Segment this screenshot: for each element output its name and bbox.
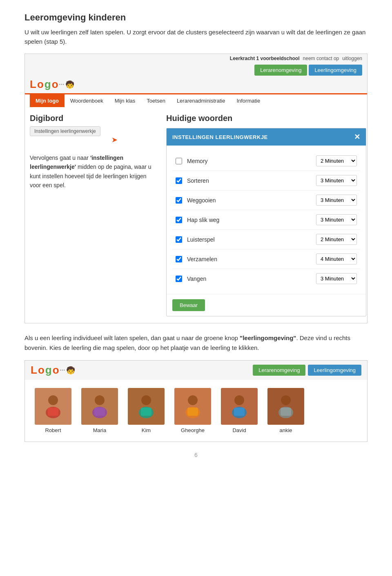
- vangen-time-select[interactable]: 3 Minuten 1 Minuut 2 Minuten 4 Minuten: [316, 273, 357, 284]
- svg-rect-2: [48, 408, 58, 416]
- logo[interactable]: L o g o ••• 🧒: [30, 78, 74, 91]
- logo-row: L o g o ••• 🧒: [25, 76, 367, 93]
- hapslkweg-checkbox[interactable]: [176, 217, 182, 223]
- student-ankie-photo[interactable]: [267, 388, 304, 425]
- student-gheorghe[interactable]: Gheorghe: [174, 388, 211, 433]
- student-robert-photo[interactable]: [35, 388, 71, 425]
- arrow-indicator: ➤: [111, 135, 238, 144]
- nav-top-bar: Leerkracht 1 voorbeeldschool neem contac…: [25, 54, 367, 63]
- sorteren-label: Sorteren: [187, 177, 311, 184]
- intro-paragraph: U wilt uw leerlingen zelf laten spelen. …: [24, 28, 368, 46]
- logo-l: L: [30, 78, 36, 91]
- leerling-omgeving-button[interactable]: Leerlingomgeving: [309, 65, 362, 76]
- game-row-weggooien: Weggooien 3 Minuten 1 Minuut 2 Minuten 4…: [172, 191, 360, 210]
- hapslkweg-time-select[interactable]: 3 Minuten 1 Minuut 2 Minuten 4 Minuten: [316, 214, 357, 225]
- hapslkweg-label: Hap slik weg: [187, 217, 311, 223]
- verzamelen-time-select[interactable]: 4 Minuten 1 Minuut 2 Minuten 3 Minuten: [316, 253, 357, 264]
- logo2[interactable]: L o g o ••• 🧒: [31, 364, 75, 377]
- bewaar-button[interactable]: Bewaar: [172, 299, 205, 311]
- nav-mijn-logo[interactable]: Mijn logo: [30, 94, 65, 107]
- modal-footer: Bewaar: [167, 294, 366, 316]
- page-number: 6: [24, 452, 368, 458]
- student-ankie-name: ankie: [279, 427, 292, 433]
- leerlingomgeving-keyword: "leerlingomgeving": [240, 334, 296, 341]
- page-title: Leeromgeving kinderen: [24, 12, 368, 23]
- logo-o1: o: [37, 78, 44, 91]
- luisterspel-checkbox[interactable]: [176, 236, 182, 243]
- modal-body: Memory 2 Minuten 1 Minuut 3 Minuten 4 Mi…: [167, 146, 366, 294]
- logo-dots: •••: [59, 82, 65, 87]
- digibord-title: Digibord: [30, 114, 156, 123]
- student-ankie[interactable]: ankie: [267, 388, 304, 433]
- left-panel: Digibord Instellingen leerlingenwerkje ➤…: [30, 114, 156, 316]
- student-kim-name: Kim: [142, 427, 151, 433]
- memory-time-select[interactable]: 2 Minuten 1 Minuut 3 Minuten 4 Minuten: [316, 155, 357, 166]
- student-kim-photo[interactable]: [128, 388, 165, 425]
- svg-point-0: [48, 395, 58, 405]
- luisterspel-time-select[interactable]: 2 Minuten 1 Minuut 3 Minuten 4 Minuten: [316, 234, 357, 245]
- student-david[interactable]: David: [221, 388, 258, 433]
- vangen-label: Vangen: [187, 276, 311, 282]
- student-maria[interactable]: Maria: [81, 388, 118, 433]
- verzamelen-label: Verzamelen: [187, 256, 311, 262]
- verzamelen-checkbox[interactable]: [176, 256, 182, 262]
- screenshot-content: Digibord Instellingen leerlingenwerkje ➤…: [25, 107, 367, 323]
- nav-informatie[interactable]: Informatie: [231, 94, 266, 107]
- logo-o2: o: [52, 78, 58, 91]
- nav-mijn-klas[interactable]: Mijn klas: [109, 94, 141, 107]
- student-robert[interactable]: Robert: [35, 388, 71, 433]
- student-gheorghe-photo[interactable]: [174, 388, 211, 425]
- modal-close-button[interactable]: ✕: [354, 132, 360, 141]
- logo2-o1: o: [38, 364, 45, 377]
- sorteren-checkbox[interactable]: [176, 177, 182, 184]
- weggooien-time-select[interactable]: 3 Minuten 1 Minuut 2 Minuten 4 Minuten: [316, 195, 357, 206]
- nav-toetsen[interactable]: Toetsen: [141, 94, 171, 107]
- sorteren-time-select[interactable]: 3 Minuten 1 Minuut 2 Minuten 4 Minuten: [316, 175, 357, 186]
- student-david-name: David: [232, 427, 246, 433]
- weggooien-checkbox[interactable]: [176, 197, 182, 204]
- student-maria-name: Maria: [93, 427, 107, 433]
- huidige-woorden-title: Huidige woorden: [166, 114, 366, 123]
- svg-point-6: [141, 395, 151, 405]
- nav-woordenboek[interactable]: Woordenboek: [65, 94, 109, 107]
- school-name: Leerkracht 1 voorbeeldschool: [230, 56, 300, 61]
- logo2-g: g: [45, 364, 52, 377]
- screenshot2-nav: L o g o ••• 🧒 Lerarenomgeving Leerlingom…: [25, 361, 367, 380]
- student-gheorghe-name: Gheorghe: [181, 427, 205, 433]
- screenshot2-leraar-button[interactable]: Lerarenomgeving: [253, 365, 305, 376]
- game-row-luisterspel: Luisterspel 2 Minuten 1 Minuut 3 Minuten…: [172, 230, 360, 249]
- student-maria-figure: [85, 392, 114, 421]
- logout-link[interactable]: uitloggen: [342, 56, 362, 61]
- nav-lerarenadministratie[interactable]: Lerarenadministratie: [171, 94, 231, 107]
- instellingen-link[interactable]: Instellingen leerlingenwerkje: [30, 126, 100, 136]
- student-ankie-figure: [272, 392, 300, 421]
- students-grid: Robert Maria Kim: [25, 380, 367, 442]
- svg-point-12: [234, 395, 244, 405]
- svg-point-9: [188, 395, 198, 405]
- screenshot2-leerling-button[interactable]: Leerlingomgeving: [308, 365, 361, 376]
- body-paragraph: Als u een leerling individueel wilt late…: [24, 333, 368, 353]
- contact-link[interactable]: neem contact op: [303, 56, 339, 61]
- leraar-omgeving-button[interactable]: Lerarenomgeving: [254, 65, 307, 76]
- student-gheorghe-figure: [178, 392, 207, 421]
- student-robert-figure: [39, 392, 67, 421]
- svg-rect-8: [141, 408, 151, 416]
- student-maria-photo[interactable]: [81, 388, 118, 425]
- svg-point-3: [95, 395, 105, 405]
- logo2-figure: 🧒: [66, 366, 75, 375]
- game-row-hapslkweg: Hap slik weg 3 Minuten 1 Minuut 2 Minute…: [172, 210, 360, 230]
- logo2-l: L: [31, 364, 37, 377]
- luisterspel-label: Luisterspel: [187, 236, 311, 243]
- game-row-verzamelen: Verzamelen 4 Minuten 1 Minuut 2 Minuten …: [172, 249, 360, 269]
- student-david-photo[interactable]: [221, 388, 258, 425]
- student-kim[interactable]: Kim: [128, 388, 165, 433]
- logo-figure: 🧒: [65, 80, 74, 89]
- svg-rect-5: [94, 408, 105, 416]
- nav-buttons-row: Lerarenomgeving Leerlingomgeving: [25, 63, 367, 76]
- vangen-checkbox[interactable]: [176, 276, 182, 282]
- main-navigation: Mijn logo Woordenboek Mijn klas Toetsen …: [25, 93, 367, 107]
- memory-checkbox[interactable]: [176, 158, 182, 164]
- game-row-vangen: Vangen 3 Minuten 1 Minuut 2 Minuten 4 Mi…: [172, 269, 360, 288]
- svg-point-15: [281, 395, 291, 405]
- weggooien-label: Weggooien: [187, 197, 311, 204]
